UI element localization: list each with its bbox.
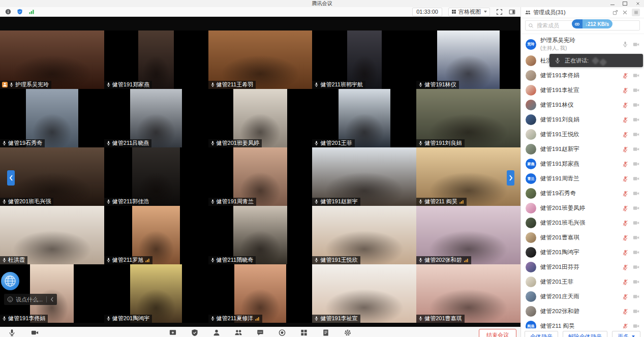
member-row[interactable]: 青兰健管191周青兰	[521, 171, 644, 186]
camera-icon[interactable]	[633, 131, 639, 138]
camera-icon[interactable]	[633, 205, 639, 211]
member-row[interactable]: 健管191林仪	[521, 98, 644, 112]
mic-muted-icon[interactable]	[622, 117, 628, 123]
camera-icon[interactable]	[633, 323, 639, 328]
video-tile[interactable]: 健管191郑家燕	[104, 30, 208, 89]
collapse-chat-icon[interactable]	[50, 297, 54, 302]
mic-muted-icon[interactable]	[622, 309, 628, 315]
video-tile[interactable]: 健管202张和碧	[416, 206, 520, 264]
panel-menu-button[interactable]	[632, 9, 640, 16]
apps-icon[interactable]	[322, 329, 330, 336]
camera-icon[interactable]	[633, 220, 639, 226]
video-tile[interactable]: 健管191刘良娟	[416, 89, 520, 147]
quick-chat-bar[interactable]: 说点什么...	[4, 294, 57, 305]
member-row[interactable]: 健管191刘良娟	[521, 112, 644, 127]
camera-icon[interactable]	[633, 308, 639, 315]
record-icon[interactable]	[279, 329, 286, 336]
member-row[interactable]: 健管191王悦欣	[521, 127, 644, 142]
camera-icon[interactable]	[633, 146, 639, 152]
emoji-icon[interactable]	[7, 296, 13, 302]
member-row[interactable]: 健管191李祉宣	[521, 83, 644, 98]
video-tile[interactable]: 健管211罗旭	[104, 206, 208, 264]
microphone-icon[interactable]	[8, 329, 16, 336]
view-mode-button[interactable]: 宫格视图	[448, 8, 490, 16]
video-tile[interactable]: 健管211郭佳浩	[104, 147, 208, 206]
close-panel-icon[interactable]	[622, 10, 628, 15]
sidebar-toggle-icon[interactable]	[509, 9, 515, 15]
chat-placeholder[interactable]: 说点什么...	[16, 296, 43, 303]
camera-icon[interactable]	[633, 190, 639, 197]
camera-icon[interactable]	[633, 161, 639, 167]
mic-muted-icon[interactable]	[622, 235, 628, 241]
video-tile[interactable]: 健管191赵新宇	[312, 147, 416, 206]
camera-icon[interactable]	[633, 293, 639, 300]
share-screen-icon[interactable]	[169, 329, 177, 336]
mic-muted-icon[interactable]	[622, 264, 628, 270]
member-row[interactable]: 宪玲护理系吴宪玲(主持人, 我)	[521, 35, 644, 53]
prev-page-arrow[interactable]	[7, 170, 15, 186]
close-icon[interactable]	[635, 2, 640, 6]
video-tile[interactable]: 健管191周青兰	[208, 147, 313, 206]
member-row[interactable]: 健管202张和碧	[521, 304, 644, 319]
mic-muted-icon[interactable]	[622, 323, 628, 329]
video-tile[interactable]: 健管19石秀奇	[0, 89, 104, 147]
member-row[interactable]: 健管201王菲	[521, 274, 644, 289]
mic-muted-icon[interactable]	[622, 161, 628, 167]
camera-icon[interactable]	[633, 116, 639, 123]
video-tile[interactable]: 健管191李祉宣	[312, 264, 416, 323]
video-tile[interactable]: 杜洪霞	[0, 206, 104, 264]
member-row[interactable]: 健管201班毛兴强	[521, 216, 644, 230]
camera-icon[interactable]	[633, 175, 639, 182]
member-row[interactable]: 健管201田芬芬	[521, 260, 644, 274]
member-row[interactable]: 健管201班姜凤婷	[521, 201, 644, 216]
video-tile[interactable]: 健管201陶鸿宇	[104, 264, 208, 323]
video-tile[interactable]: 护理系吴宪玲	[0, 30, 104, 89]
security-icon[interactable]	[191, 329, 199, 336]
video-tile[interactable]: 健管191林仪	[416, 30, 520, 89]
member-row[interactable]: 健管19石秀奇	[521, 186, 644, 201]
video-tile[interactable]: 健管211夏修洋	[208, 264, 313, 323]
video-tile[interactable]: 健管211班韩宇航	[312, 30, 416, 89]
video-tile[interactable]: 健管211吕晓燕	[104, 89, 208, 147]
mic-muted-icon[interactable]	[622, 250, 628, 256]
camera-icon[interactable]	[633, 264, 639, 270]
mic-icon[interactable]	[622, 41, 628, 47]
mic-muted-icon[interactable]	[622, 176, 628, 182]
mute-all-button[interactable]: 全体静音	[525, 331, 558, 337]
member-row[interactable]: 阎昊健管211 阎昊	[521, 319, 644, 328]
network-signal-icon[interactable]	[28, 9, 35, 15]
breakout-rooms-icon[interactable]	[300, 329, 308, 336]
video-tile[interactable]: 健管211 阎昊	[416, 147, 520, 206]
video-tile[interactable]: 健管201曹嘉琪	[416, 264, 520, 323]
invite-icon[interactable]	[213, 329, 221, 336]
member-row[interactable]: 健管191李佟娟	[521, 68, 644, 83]
unmute-all-button[interactable]: 解除全体静音	[563, 331, 607, 337]
video-tile[interactable]: 健管201班毛兴强	[0, 147, 104, 206]
video-tile[interactable]: 健管201王菲	[312, 89, 416, 147]
mic-muted-icon[interactable]	[622, 102, 628, 108]
member-row[interactable]: 健管201庄天雨	[521, 289, 644, 304]
video-tile[interactable]: 健管201班姜凤婷	[208, 89, 313, 147]
video-tile[interactable]: 健管211隋晓奇	[208, 206, 313, 264]
mic-muted-icon[interactable]	[622, 294, 628, 300]
maximize-icon[interactable]	[623, 2, 627, 6]
next-page-arrow[interactable]	[507, 170, 514, 186]
mic-muted-icon[interactable]	[622, 220, 628, 226]
member-row[interactable]: 健管201曹嘉琪	[521, 230, 644, 245]
member-row[interactable]: 家燕健管191郑家燕	[521, 157, 644, 171]
video-tile[interactable]: 健管211王希羽	[208, 30, 313, 89]
mic-muted-icon[interactable]	[622, 132, 628, 138]
mic-muted-icon[interactable]	[622, 279, 628, 285]
mic-muted-icon[interactable]	[622, 191, 628, 197]
minimize-icon[interactable]	[610, 2, 615, 6]
member-row[interactable]: 健管191赵新宇	[521, 142, 644, 157]
camera-icon[interactable]	[633, 72, 639, 79]
camera-icon[interactable]	[633, 279, 639, 285]
shield-icon[interactable]	[17, 9, 23, 15]
mic-muted-icon[interactable]	[622, 73, 628, 79]
more-button[interactable]: 更多	[612, 331, 640, 337]
mic-muted-icon[interactable]	[622, 205, 628, 211]
fullscreen-icon[interactable]	[496, 9, 503, 15]
info-icon[interactable]	[5, 9, 11, 15]
settings-icon[interactable]	[344, 329, 352, 336]
